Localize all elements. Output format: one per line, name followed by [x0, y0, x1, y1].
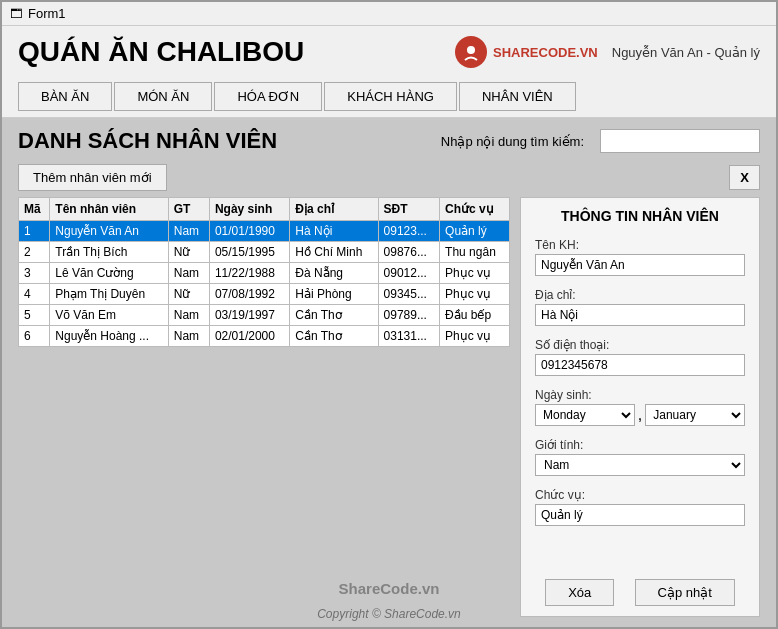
nav-btn-món-ăn[interactable]: MÓN ĂN [114, 82, 212, 111]
col-header: Tên nhân viên [50, 198, 168, 221]
table-section: MãTên nhân viênGTNgày sinhĐịa chỉSĐTChức… [18, 197, 510, 617]
table-cell-ma: 5 [19, 305, 50, 326]
table-cell-ma: 1 [19, 221, 50, 242]
app-title: QUÁN ĂN CHALIBOU [18, 36, 304, 68]
table-cell-diachi: Hải Phòng [290, 284, 378, 305]
nav-btn-nhân-viên[interactable]: NHÂN VIÊN [459, 82, 576, 111]
employee-table: MãTên nhân viênGTNgày sinhĐịa chỉSĐTChức… [18, 197, 510, 347]
dia-chi-input[interactable] [535, 304, 745, 326]
table-cell-sdt: 03131... [378, 326, 440, 347]
col-header: Chức vụ [440, 198, 510, 221]
table-cell-ten: Nguyễn Hoàng ... [50, 326, 168, 347]
page-title: DANH SÁCH NHÂN VIÊN [18, 128, 277, 154]
chuc-vu-field: Chức vụ: [535, 488, 745, 526]
toolbar: Thêm nhân viên mới X [18, 164, 760, 191]
table-cell-gt: Nam [168, 263, 209, 284]
table-cell-ngaysinh: 02/01/2000 [209, 326, 289, 347]
page-header: DANH SÁCH NHÂN VIÊN Nhập nội dung tìm ki… [18, 128, 760, 154]
col-header: Mã [19, 198, 50, 221]
nav-btn-hóa-đơn[interactable]: HÓA ĐƠN [214, 82, 322, 111]
nav-btn-khách-hàng[interactable]: KHÁCH HÀNG [324, 82, 457, 111]
table-cell-ma: 6 [19, 326, 50, 347]
table-cell-chucvu: Phục vụ [440, 263, 510, 284]
table-cell-ma: 4 [19, 284, 50, 305]
user-label: Nguyễn Văn An - Quản lý [612, 45, 760, 60]
table-row[interactable]: 4Phạm Thị DuyênNữ07/08/1992Hải Phòng0934… [19, 284, 510, 305]
ten-kh-input[interactable] [535, 254, 745, 276]
table-cell-diachi: Cần Thơ [290, 305, 378, 326]
close-button[interactable]: X [729, 165, 760, 190]
table-cell-diachi: Hà Nội [290, 221, 378, 242]
content-area: DANH SÁCH NHÂN VIÊN Nhập nội dung tìm ki… [2, 118, 776, 627]
table-row[interactable]: 6Nguyễn Hoàng ...Nam02/01/2000Cần Thơ031… [19, 326, 510, 347]
table-cell-ten: Phạm Thị Duyên [50, 284, 168, 305]
ngay-sinh-year-select[interactable]: JanuaryFebruaryMarch AprilMayJune JulyAu… [645, 404, 745, 426]
dia-chi-label: Địa chỉ: [535, 288, 745, 302]
table-row[interactable]: 1Nguyễn Văn AnNam01/01/1990Hà Nội09123..… [19, 221, 510, 242]
table-cell-ten: Trần Thị Bích [50, 242, 168, 263]
xoa-button[interactable]: Xóa [545, 579, 614, 606]
table-cell-ten: Nguyễn Văn An [50, 221, 168, 242]
ten-kh-field: Tên KH: [535, 238, 745, 276]
sdt-field: Số điện thoại: [535, 338, 745, 376]
ngay-sinh-label: Ngày sinh: [535, 388, 745, 402]
search-input[interactable] [600, 129, 760, 153]
table-row[interactable]: 3Lê Văn CườngNam11/22/1988Đà Nẵng09012..… [19, 263, 510, 284]
table-cell-gt: Nữ [168, 284, 209, 305]
table-cell-sdt: 09789... [378, 305, 440, 326]
table-cell-chucvu: Phục vụ [440, 284, 510, 305]
table-cell-gt: Nam [168, 221, 209, 242]
col-header: Ngày sinh [209, 198, 289, 221]
cap-nhat-button[interactable]: Cập nhật [635, 579, 735, 606]
add-employee-button[interactable]: Thêm nhân viên mới [18, 164, 167, 191]
action-buttons: Xóa Cập nhật [535, 569, 745, 606]
table-cell-ten: Võ Văn Em [50, 305, 168, 326]
svg-point-0 [467, 46, 475, 54]
logo-text: SHARECODE.VN [493, 45, 598, 60]
sdt-input[interactable] [535, 354, 745, 376]
table-cell-diachi: Cần Thơ [290, 326, 378, 347]
title-bar: 🗔 Form1 [2, 2, 776, 26]
nav-btn-bàn-ăn[interactable]: BÀN ĂN [18, 82, 112, 111]
sdt-label: Số điện thoại: [535, 338, 745, 352]
table-row[interactable]: 5Võ Văn EmNam03/19/1997Cần Thơ09789...Đầ… [19, 305, 510, 326]
chuc-vu-input[interactable] [535, 504, 745, 526]
date-row: MondayTuesdayWednesday , JanuaryFebruary… [535, 404, 745, 426]
table-header-row: MãTên nhân viênGTNgày sinhĐịa chỉSĐTChức… [19, 198, 510, 221]
ngay-sinh-month-select[interactable]: MondayTuesdayWednesday [535, 404, 635, 426]
dia-chi-field: Địa chỉ: [535, 288, 745, 326]
table-cell-sdt: 09123... [378, 221, 440, 242]
table-cell-chucvu: Đầu bếp [440, 305, 510, 326]
table-cell-diachi: Đà Nẵng [290, 263, 378, 284]
table-row[interactable]: 2Trần Thị BíchNữ05/15/1995Hồ Chí Minh098… [19, 242, 510, 263]
table-cell-ma: 3 [19, 263, 50, 284]
table-cell-ngaysinh: 07/08/1992 [209, 284, 289, 305]
form-icon: 🗔 [10, 7, 22, 21]
gioi-tinh-label: Giới tính: [535, 438, 745, 452]
ngay-sinh-field: Ngày sinh: MondayTuesdayWednesday , Janu… [535, 388, 745, 426]
col-header: GT [168, 198, 209, 221]
nav-bar: BÀN ĂNMÓN ĂNHÓA ĐƠNKHÁCH HÀNGNHÂN VIÊN [2, 76, 776, 118]
table-cell-sdt: 09012... [378, 263, 440, 284]
table-cell-diachi: Hồ Chí Minh [290, 242, 378, 263]
table-cell-gt: Nam [168, 305, 209, 326]
table-cell-ngaysinh: 05/15/1995 [209, 242, 289, 263]
gioi-tinh-field: Giới tính: NamNữ [535, 438, 745, 476]
gioi-tinh-select[interactable]: NamNữ [535, 454, 745, 476]
table-cell-ten: Lê Văn Cường [50, 263, 168, 284]
detail-panel: THÔNG TIN NHÂN VIÊN Tên KH: Địa chỉ: Số … [520, 197, 760, 617]
detail-title: THÔNG TIN NHÂN VIÊN [535, 208, 745, 224]
table-cell-sdt: 09876... [378, 242, 440, 263]
col-header: Địa chỉ [290, 198, 378, 221]
main-split: MãTên nhân viênGTNgày sinhĐịa chỉSĐTChức… [18, 197, 760, 617]
table-cell-chucvu: Phục vụ [440, 326, 510, 347]
title-bar-text: Form1 [28, 6, 66, 21]
table-cell-gt: Nữ [168, 242, 209, 263]
table-cell-chucvu: Thu ngân [440, 242, 510, 263]
table-cell-sdt: 09345... [378, 284, 440, 305]
chuc-vu-label: Chức vụ: [535, 488, 745, 502]
header: QUÁN ĂN CHALIBOU SHARECODE.VN Nguyễn Văn… [2, 26, 776, 76]
col-header: SĐT [378, 198, 440, 221]
logo-area: SHARECODE.VN Nguyễn Văn An - Quản lý [455, 36, 760, 68]
table-cell-ma: 2 [19, 242, 50, 263]
